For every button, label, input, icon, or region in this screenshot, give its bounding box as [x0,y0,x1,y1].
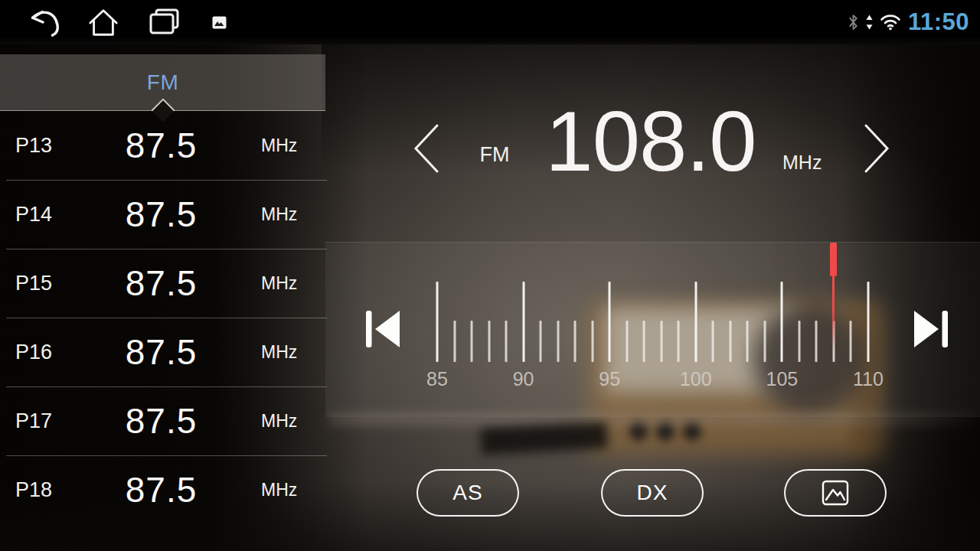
dial-tick [746,321,749,362]
network-arrows-icon [866,15,873,31]
chevron-right-icon [861,122,893,174]
dial-tick [763,321,766,362]
dial-tick [694,282,697,362]
band-label: FM [459,143,530,167]
wallpaper-button[interactable] [784,469,887,517]
preset-unit: MHz [252,411,325,432]
preset-list: P13 87.5 MHz P14 87.5 MHz P15 87.5 MHz P… [0,111,325,524]
dial-tick [522,282,524,362]
dial-tick [781,282,783,362]
frequency-unit: MHz [782,152,822,174]
preset-row[interactable]: P18 87.5 MHz [0,455,325,524]
preset-unit: MHz [252,273,325,294]
tab-fm-label: FM [147,70,178,95]
preset-number: P16 [0,341,70,364]
seek-previous-button[interactable] [366,311,400,350]
back-button[interactable] [23,0,63,44]
clock: 11:50 [908,8,969,36]
preset-panel: FM P13 87.5 MHz P14 87.5 MHz P15 87.5 MH… [0,44,325,551]
current-frequency: 108.0 [534,101,767,181]
dial-tick [626,321,628,362]
dial-tick [850,321,852,362]
status-bar: 11:50 [0,0,980,44]
seek-next-button[interactable] [914,311,948,350]
preset-row[interactable]: P17 87.5 MHz [0,386,325,455]
dial-tick [660,321,662,362]
preset-number: P14 [0,203,70,227]
dial-tick [798,321,800,362]
chevron-left-icon [410,122,443,174]
dial-tick [505,321,508,362]
dial-tick [488,321,490,362]
preset-frequency: 87.5 [70,194,252,235]
screenshot-thumbnail-button[interactable] [208,0,230,44]
dial-tick [453,321,456,362]
dial-tick [471,321,473,362]
preset-frequency: 87.5 [70,262,252,304]
dial-tick-label: 105 [766,368,799,390]
auto-store-button[interactable]: AS [416,469,519,517]
dial-tick-label: 95 [599,368,620,390]
preset-number: P17 [0,409,70,433]
home-button[interactable] [85,0,122,44]
dial-tick [609,282,611,362]
back-icon [25,6,60,38]
band-next-button[interactable] [861,122,893,174]
skip-previous-icon [366,311,400,347]
preset-row[interactable]: P16 87.5 MHz [0,318,325,386]
dial-tick-label: 85 [426,368,448,390]
preset-frequency: 87.5 [70,125,252,166]
dial-tick [678,321,680,362]
preset-unit: MHz [252,204,325,225]
dial-tick [591,321,593,362]
dial-tick [729,321,731,362]
screenshot-thumbnail-icon [212,16,227,29]
preset-row[interactable]: P13 87.5 MHz [0,111,325,180]
dx-mode-label: DX [637,481,668,505]
preset-number: P13 [0,134,70,158]
tab-fm[interactable]: FM [0,54,325,111]
dial-tick-label: 110 [853,368,884,390]
recent-apps-button[interactable] [147,0,182,44]
dial-tick [557,321,559,362]
preset-unit: MHz [252,135,325,156]
needle-head [830,243,837,276]
dial-tick [574,321,577,362]
dx-mode-button[interactable]: DX [601,469,704,517]
radio-app-screen: 11:50 FM P13 87.5 MHz P14 87.5 MHz P15 8… [0,0,980,551]
dial-labels: 859095100105110 [437,368,868,391]
tuning-needle [830,243,837,350]
preset-frequency: 87.5 [70,400,252,442]
bluetooth-icon [848,13,859,31]
home-icon [87,7,119,37]
dial-tick-label: 100 [680,368,712,390]
preset-number: P18 [0,478,70,502]
preset-frequency: 87.5 [70,469,252,510]
preset-frequency: 87.5 [70,331,252,373]
recent-apps-icon [149,8,181,37]
dial-tick [815,321,818,362]
preset-number: P15 [0,272,70,295]
gallery-icon [821,479,850,507]
preset-unit: MHz [252,480,325,500]
dial-tick-label: 90 [513,368,534,390]
dial-tick [643,321,645,362]
dial-tick [712,321,714,362]
preset-row[interactable]: P15 87.5 MHz [0,249,325,318]
skip-next-icon [914,311,948,347]
tuning-dial[interactable] [437,282,868,362]
auto-store-label: AS [452,481,482,505]
preset-row[interactable]: P14 87.5 MHz [0,180,325,249]
band-prev-button[interactable] [410,122,443,174]
dial-tick [436,282,439,362]
wifi-icon [880,14,901,31]
preset-unit: MHz [252,342,325,363]
dial-tick [540,321,542,362]
dial-tick [867,282,870,362]
